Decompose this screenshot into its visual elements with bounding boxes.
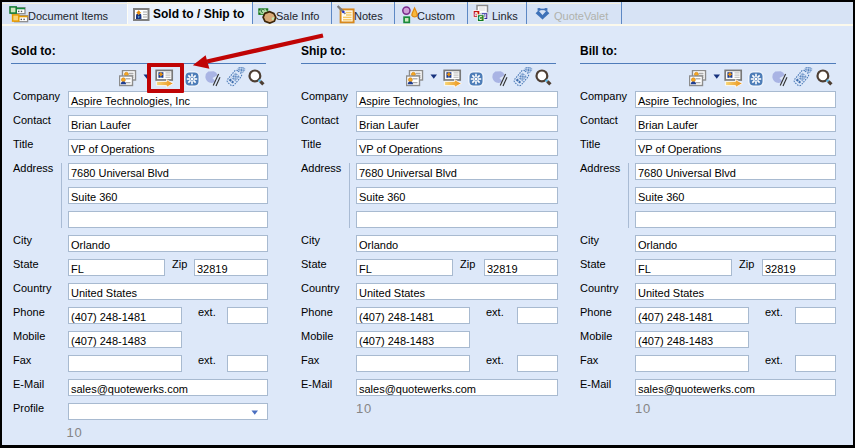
svg-text:c: c <box>479 14 483 21</box>
